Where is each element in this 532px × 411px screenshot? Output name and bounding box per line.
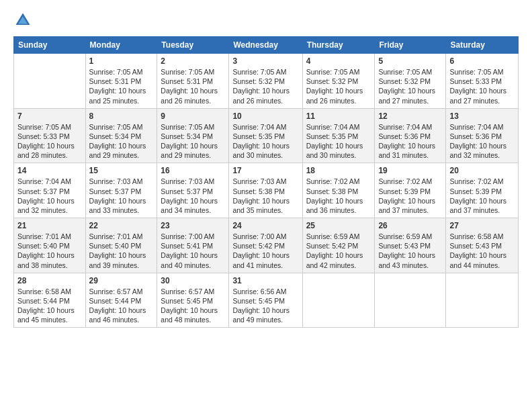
page: SundayMondayTuesdayWednesdayThursdayFrid… — [0, 0, 532, 334]
week-row-5: 28Sunrise: 6:58 AMSunset: 5:44 PMDayligh… — [14, 273, 519, 328]
week-row-3: 14Sunrise: 7:04 AMSunset: 5:37 PMDayligh… — [14, 163, 519, 218]
day-cell — [446, 273, 519, 328]
day-number: 28 — [17, 276, 82, 285]
logo — [13, 11, 34, 30]
col-header-wednesday: Wednesday — [229, 37, 302, 54]
header-row: SundayMondayTuesdayWednesdayThursdayFrid… — [14, 37, 519, 54]
day-cell: 17Sunrise: 7:03 AMSunset: 5:38 PMDayligh… — [229, 163, 302, 218]
day-info: Sunrise: 7:04 AMSunset: 5:37 PMDaylight:… — [17, 177, 75, 214]
day-cell: 12Sunrise: 7:04 AMSunset: 5:36 PMDayligh… — [375, 108, 446, 163]
day-number: 2 — [161, 56, 225, 66]
day-cell: 6Sunrise: 7:05 AMSunset: 5:33 PMDaylight… — [446, 54, 519, 109]
day-cell: 22Sunrise: 7:01 AMSunset: 5:40 PMDayligh… — [85, 218, 157, 273]
day-cell: 16Sunrise: 7:03 AMSunset: 5:37 PMDayligh… — [157, 163, 229, 218]
day-info: Sunrise: 7:05 AMSunset: 5:32 PMDaylight:… — [232, 68, 290, 105]
day-cell: 1Sunrise: 7:05 AMSunset: 5:31 PMDaylight… — [85, 54, 157, 109]
day-info: Sunrise: 7:01 AMSunset: 5:40 PMDaylight:… — [89, 232, 146, 269]
day-cell: 9Sunrise: 7:05 AMSunset: 5:34 PMDaylight… — [157, 108, 229, 163]
day-info: Sunrise: 6:57 AMSunset: 5:45 PMDaylight:… — [161, 287, 218, 324]
day-number: 12 — [378, 111, 442, 121]
day-info: Sunrise: 6:59 AMSunset: 5:43 PMDaylight:… — [378, 232, 435, 269]
day-cell: 24Sunrise: 7:00 AMSunset: 5:42 PMDayligh… — [229, 218, 302, 273]
day-info: Sunrise: 7:03 AMSunset: 5:38 PMDaylight:… — [232, 177, 290, 214]
day-cell: 7Sunrise: 7:05 AMSunset: 5:33 PMDaylight… — [14, 108, 86, 163]
day-info: Sunrise: 6:58 AMSunset: 5:44 PMDaylight:… — [17, 287, 75, 324]
day-cell: 11Sunrise: 7:04 AMSunset: 5:35 PMDayligh… — [302, 108, 375, 163]
day-number: 9 — [161, 111, 225, 121]
day-info: Sunrise: 6:58 AMSunset: 5:43 PMDaylight:… — [449, 232, 506, 269]
col-header-sunday: Sunday — [14, 37, 86, 54]
day-info: Sunrise: 7:04 AMSunset: 5:35 PMDaylight:… — [306, 123, 363, 160]
week-row-1: 1Sunrise: 7:05 AMSunset: 5:31 PMDaylight… — [14, 54, 519, 109]
day-cell: 13Sunrise: 7:04 AMSunset: 5:36 PMDayligh… — [446, 108, 519, 163]
day-cell: 18Sunrise: 7:02 AMSunset: 5:38 PMDayligh… — [302, 163, 375, 218]
day-info: Sunrise: 7:05 AMSunset: 5:34 PMDaylight:… — [161, 123, 218, 160]
day-cell: 27Sunrise: 6:58 AMSunset: 5:43 PMDayligh… — [446, 218, 519, 273]
day-cell: 15Sunrise: 7:03 AMSunset: 5:37 PMDayligh… — [85, 163, 157, 218]
week-row-4: 21Sunrise: 7:01 AMSunset: 5:40 PMDayligh… — [14, 218, 519, 273]
day-info: Sunrise: 6:57 AMSunset: 5:44 PMDaylight:… — [89, 287, 146, 324]
day-number: 19 — [378, 166, 442, 175]
col-header-thursday: Thursday — [302, 37, 375, 54]
day-cell: 10Sunrise: 7:04 AMSunset: 5:35 PMDayligh… — [229, 108, 302, 163]
day-number: 29 — [89, 276, 154, 285]
header — [13, 11, 519, 30]
day-number: 4 — [306, 56, 371, 66]
day-info: Sunrise: 7:00 AMSunset: 5:41 PMDaylight:… — [161, 232, 218, 269]
day-number: 24 — [232, 221, 298, 230]
day-cell: 25Sunrise: 6:59 AMSunset: 5:42 PMDayligh… — [302, 218, 375, 273]
day-info: Sunrise: 7:05 AMSunset: 5:31 PMDaylight:… — [161, 68, 218, 105]
day-number: 15 — [89, 166, 154, 175]
day-number: 14 — [17, 166, 82, 175]
day-info: Sunrise: 7:05 AMSunset: 5:31 PMDaylight:… — [89, 68, 146, 105]
day-info: Sunrise: 7:05 AMSunset: 5:32 PMDaylight:… — [378, 68, 435, 105]
day-info: Sunrise: 7:01 AMSunset: 5:40 PMDaylight:… — [17, 232, 75, 269]
day-info: Sunrise: 6:59 AMSunset: 5:42 PMDaylight:… — [306, 232, 363, 269]
day-number: 13 — [449, 111, 515, 121]
day-number: 8 — [89, 111, 154, 121]
week-row-2: 7Sunrise: 7:05 AMSunset: 5:33 PMDaylight… — [14, 108, 519, 163]
day-cell: 14Sunrise: 7:04 AMSunset: 5:37 PMDayligh… — [14, 163, 86, 218]
day-number: 7 — [17, 111, 82, 121]
day-cell: 30Sunrise: 6:57 AMSunset: 5:45 PMDayligh… — [157, 273, 229, 328]
col-header-monday: Monday — [85, 37, 157, 54]
day-number: 3 — [232, 56, 298, 66]
day-info: Sunrise: 7:03 AMSunset: 5:37 PMDaylight:… — [161, 177, 218, 214]
logo-icon — [13, 11, 32, 30]
day-number: 25 — [306, 221, 371, 230]
day-cell: 29Sunrise: 6:57 AMSunset: 5:44 PMDayligh… — [85, 273, 157, 328]
day-info: Sunrise: 7:00 AMSunset: 5:42 PMDaylight:… — [232, 232, 290, 269]
day-number: 20 — [449, 166, 515, 175]
day-cell: 5Sunrise: 7:05 AMSunset: 5:32 PMDaylight… — [375, 54, 446, 109]
day-info: Sunrise: 7:02 AMSunset: 5:39 PMDaylight:… — [378, 177, 435, 214]
day-info: Sunrise: 7:04 AMSunset: 5:36 PMDaylight:… — [449, 123, 506, 160]
day-cell: 19Sunrise: 7:02 AMSunset: 5:39 PMDayligh… — [375, 163, 446, 218]
day-info: Sunrise: 7:05 AMSunset: 5:32 PMDaylight:… — [306, 68, 363, 105]
day-number: 31 — [232, 276, 298, 285]
day-cell: 28Sunrise: 6:58 AMSunset: 5:44 PMDayligh… — [14, 273, 86, 328]
day-number: 17 — [232, 166, 298, 175]
day-cell: 3Sunrise: 7:05 AMSunset: 5:32 PMDaylight… — [229, 54, 302, 109]
day-number: 30 — [161, 276, 225, 285]
day-cell — [14, 54, 86, 109]
day-number: 27 — [449, 221, 515, 230]
day-number: 22 — [89, 221, 154, 230]
day-info: Sunrise: 7:02 AMSunset: 5:38 PMDaylight:… — [306, 177, 363, 214]
day-cell: 8Sunrise: 7:05 AMSunset: 5:34 PMDaylight… — [85, 108, 157, 163]
day-number: 10 — [232, 111, 298, 121]
day-cell — [302, 273, 375, 328]
day-number: 26 — [378, 221, 442, 230]
day-info: Sunrise: 7:04 AMSunset: 5:35 PMDaylight:… — [232, 123, 290, 160]
day-number: 21 — [17, 221, 82, 230]
day-number: 1 — [89, 56, 154, 66]
col-header-saturday: Saturday — [446, 37, 519, 54]
day-cell: 31Sunrise: 6:56 AMSunset: 5:45 PMDayligh… — [229, 273, 302, 328]
day-info: Sunrise: 6:56 AMSunset: 5:45 PMDaylight:… — [232, 287, 290, 324]
day-cell: 4Sunrise: 7:05 AMSunset: 5:32 PMDaylight… — [302, 54, 375, 109]
day-info: Sunrise: 7:04 AMSunset: 5:36 PMDaylight:… — [378, 123, 435, 160]
day-info: Sunrise: 7:03 AMSunset: 5:37 PMDaylight:… — [89, 177, 146, 214]
day-number: 11 — [306, 111, 371, 121]
day-info: Sunrise: 7:02 AMSunset: 5:39 PMDaylight:… — [449, 177, 506, 214]
day-cell: 26Sunrise: 6:59 AMSunset: 5:43 PMDayligh… — [375, 218, 446, 273]
col-header-friday: Friday — [375, 37, 446, 54]
